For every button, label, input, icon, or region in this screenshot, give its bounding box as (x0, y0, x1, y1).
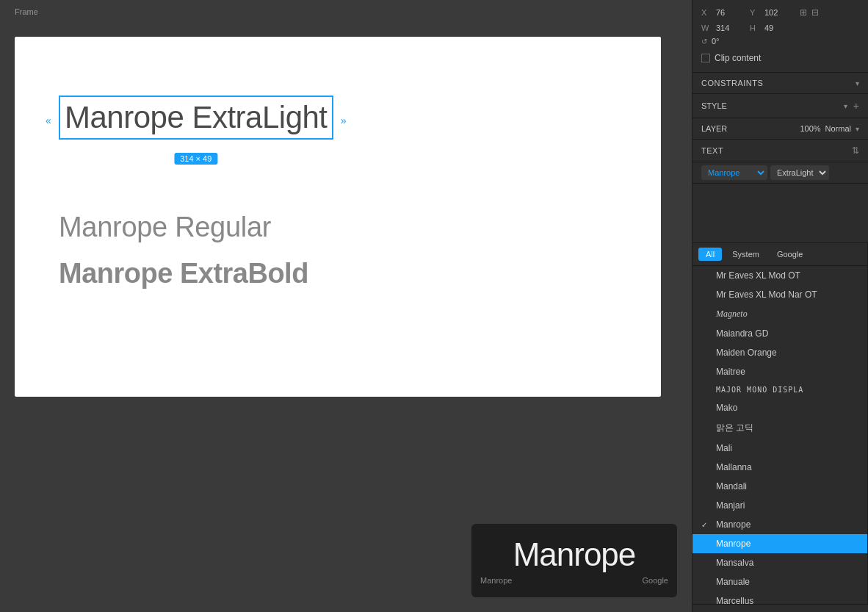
style-section-header[interactable]: STYLE ▾ + (692, 94, 868, 118)
tab-all[interactable]: All (698, 248, 722, 261)
handle-right-icon[interactable]: » (341, 115, 347, 126)
text-section-title: TEXT (701, 146, 723, 155)
list-item[interactable]: Mallanna (692, 458, 867, 477)
list-item[interactable]: Mako (692, 398, 867, 417)
x-value[interactable]: 76 (716, 8, 745, 17)
layer-opacity[interactable]: 100% (800, 124, 820, 133)
y-label: Y (750, 8, 760, 17)
list-item[interactable]: Maiden Orange (692, 343, 867, 362)
list-item-manrope-selected[interactable]: Manrope (692, 534, 867, 553)
position-section: X 76 Y 102 ⊞ ⊟ W 314 H 49 ↺ 0° Clip cont… (692, 0, 868, 73)
constraints-chevron-icon: ▾ (856, 79, 859, 87)
layer-section: LAYER 100% Normal ▾ (692, 118, 868, 140)
clip-content-label: Clip content (715, 53, 761, 63)
handle-left-icon[interactable]: « (46, 115, 51, 126)
list-item[interactable]: Manuale (692, 572, 867, 591)
font-family-select[interactable]: Manrope (701, 165, 767, 180)
list-item[interactable]: Manjari (692, 496, 867, 515)
rotation-icon: ↺ (701, 37, 707, 46)
selected-text-container[interactable]: Manrope ExtraLight (59, 96, 333, 140)
font-dropdown: All System Google Mr Eaves XL Mod OT Mr … (692, 242, 868, 605)
list-item[interactable]: MAJOR MONO DISPLA (692, 381, 867, 398)
list-item[interactable]: Mr Eaves XL Mod OT (692, 266, 867, 285)
font-list: Mr Eaves XL Mod OT Mr Eaves XL Mod Nar O… (692, 266, 867, 604)
h-label: H (750, 24, 760, 32)
list-item[interactable]: Maitree (692, 362, 867, 381)
tab-google[interactable]: Google (770, 248, 810, 261)
x-label: X (701, 8, 712, 17)
list-item[interactable]: Maiandra GD (692, 324, 867, 343)
layer-blend-chevron: ▾ (856, 125, 859, 133)
list-item[interactable]: Mr Eaves XL Mod Nar OT (692, 285, 867, 304)
preview-font-source: Google (643, 576, 668, 585)
align-vertical-icon[interactable]: ⊟ (810, 6, 820, 19)
rotation-value[interactable]: 0° (712, 37, 741, 46)
w-label: W (701, 24, 712, 32)
style-add-icon[interactable]: + (853, 100, 859, 112)
clip-content-checkbox[interactable] (701, 54, 710, 62)
font-filter-tabs: All System Google (692, 243, 867, 266)
canvas-frame: « Manrope ExtraLight » 314 × 49 Manrope … (15, 37, 661, 397)
list-item[interactable]: Magneto (692, 304, 867, 324)
font-preview-card: Manrope Manrope Google (471, 524, 677, 597)
h-value[interactable]: 49 (764, 24, 794, 32)
text-extralight: Manrope ExtraLight (65, 100, 328, 134)
text-extrabold[interactable]: Manrope ExtraBold (59, 258, 617, 289)
style-dropdown-icon: ▾ (844, 102, 847, 110)
font-weight-select[interactable]: ExtraLight (770, 165, 829, 180)
align-horizontal-icon[interactable]: ⊞ (798, 6, 809, 19)
constraints-title: CONSTRAINTS (701, 79, 763, 87)
font-selection-row: Manrope ExtraLight (692, 162, 868, 184)
style-title: STYLE (701, 101, 727, 110)
clip-content-row: Clip content (701, 50, 859, 66)
layer-blend-mode[interactable]: Normal (825, 124, 851, 133)
w-value[interactable]: 314 (716, 24, 745, 32)
right-panel: X 76 Y 102 ⊞ ⊟ W 314 H 49 ↺ 0° Clip cont… (692, 0, 868, 612)
text-sort-icon[interactable]: ⇅ (852, 145, 859, 156)
list-item[interactable]: 맑은 고딕 (692, 417, 867, 439)
preview-font-label: Manrope (480, 576, 512, 585)
layer-title: LAYER (701, 124, 727, 133)
list-item[interactable]: Marcellus (692, 591, 867, 604)
dimension-badge: 314 × 49 (174, 153, 217, 165)
constraints-section-header[interactable]: CONSTRAINTS ▾ (692, 73, 868, 94)
list-item[interactable]: Mansalva (692, 553, 867, 572)
y-value[interactable]: 102 (764, 8, 794, 17)
text-regular[interactable]: Manrope Regular (59, 212, 617, 243)
preview-font-name: Manrope (513, 536, 636, 573)
tab-system[interactable]: System (725, 248, 767, 261)
text-section-header: TEXT ⇅ (692, 140, 868, 162)
list-item-manrope-check[interactable]: Manrope (692, 515, 867, 534)
frame-label: Frame (15, 7, 38, 16)
list-item[interactable]: Mali (692, 439, 867, 458)
list-item[interactable]: Mandali (692, 477, 867, 496)
